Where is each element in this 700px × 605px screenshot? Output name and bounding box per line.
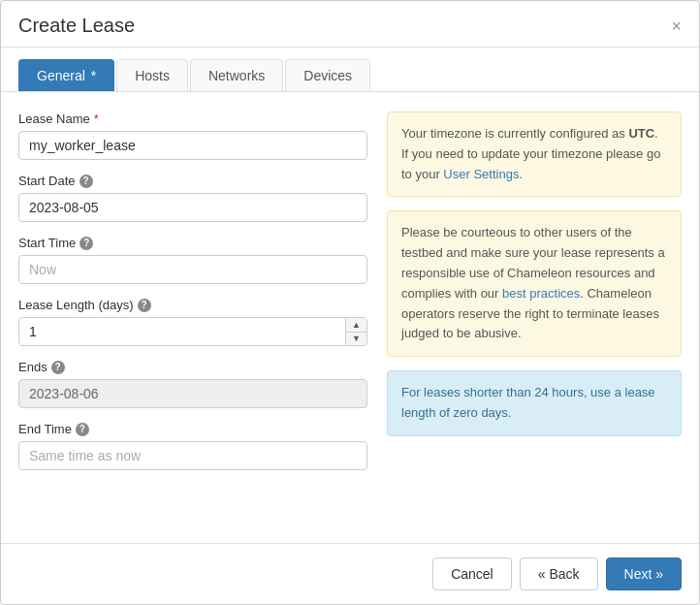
modal-header: Create Lease × xyxy=(1,1,699,48)
lease-length-help-icon[interactable]: ? xyxy=(138,299,151,312)
end-time-help-icon[interactable]: ? xyxy=(76,423,89,436)
lease-length-label: Lease Length (days) ? xyxy=(18,298,367,312)
end-time-group: End Time ? xyxy=(18,422,367,470)
next-button[interactable]: Next » xyxy=(606,557,682,590)
modal-title: Create Lease xyxy=(18,15,135,37)
start-date-help-icon[interactable]: ? xyxy=(80,175,93,188)
back-button[interactable]: « Back xyxy=(520,557,598,590)
modal-footer: Cancel « Back Next » xyxy=(1,543,699,604)
create-lease-modal: Create Lease × General * Hosts Networks … xyxy=(0,0,700,605)
start-date-input[interactable] xyxy=(18,193,367,222)
info-section: Your timezone is currently configured as… xyxy=(387,111,682,524)
start-date-label: Start Date ? xyxy=(18,174,367,188)
tab-general[interactable]: General * xyxy=(18,59,114,91)
best-practices-link[interactable]: best practices xyxy=(502,286,580,301)
start-time-help-icon[interactable]: ? xyxy=(80,237,93,250)
close-button[interactable]: × xyxy=(671,17,682,35)
lease-name-label: Lease Name * xyxy=(18,111,367,126)
user-settings-link[interactable]: User Settings xyxy=(443,167,519,181)
tab-bar: General * Hosts Networks Devices xyxy=(1,48,699,92)
lease-name-input[interactable] xyxy=(18,131,367,160)
ends-input xyxy=(18,379,367,408)
start-time-group: Start Time ? xyxy=(18,236,367,284)
required-star: * xyxy=(94,111,99,126)
short-lease-info-box: For leases shorter than 24 hours, use a … xyxy=(387,370,682,436)
start-date-group: Start Date ? xyxy=(18,174,367,222)
tab-hosts[interactable]: Hosts xyxy=(116,59,188,91)
lease-name-group: Lease Name * xyxy=(18,111,367,160)
modal-body: Lease Name * Start Date ? Start Time ? xyxy=(1,92,699,543)
tab-networks[interactable]: Networks xyxy=(190,59,283,91)
form-section: Lease Name * Start Date ? Start Time ? xyxy=(18,111,367,524)
end-time-input[interactable] xyxy=(18,441,367,470)
lease-length-input[interactable] xyxy=(19,318,345,345)
ends-help-icon[interactable]: ? xyxy=(51,361,65,374)
start-time-label: Start Time ? xyxy=(18,236,367,250)
cancel-button[interactable]: Cancel xyxy=(432,557,512,590)
lease-length-spinner: ▲ ▼ xyxy=(18,317,367,346)
timezone-info-box: Your timezone is currently configured as… xyxy=(387,111,682,197)
ends-group: Ends ? xyxy=(18,360,367,408)
end-time-label: End Time ? xyxy=(18,422,367,436)
tab-devices[interactable]: Devices xyxy=(285,59,370,91)
spinner-up-button[interactable]: ▲ xyxy=(346,318,366,333)
courtesy-info-box: Please be courteous to other users of th… xyxy=(387,210,682,357)
start-time-input[interactable] xyxy=(18,255,367,284)
lease-length-group: Lease Length (days) ? ▲ ▼ xyxy=(18,298,367,346)
spinner-down-button[interactable]: ▼ xyxy=(346,333,366,346)
ends-label: Ends ? xyxy=(18,360,367,374)
